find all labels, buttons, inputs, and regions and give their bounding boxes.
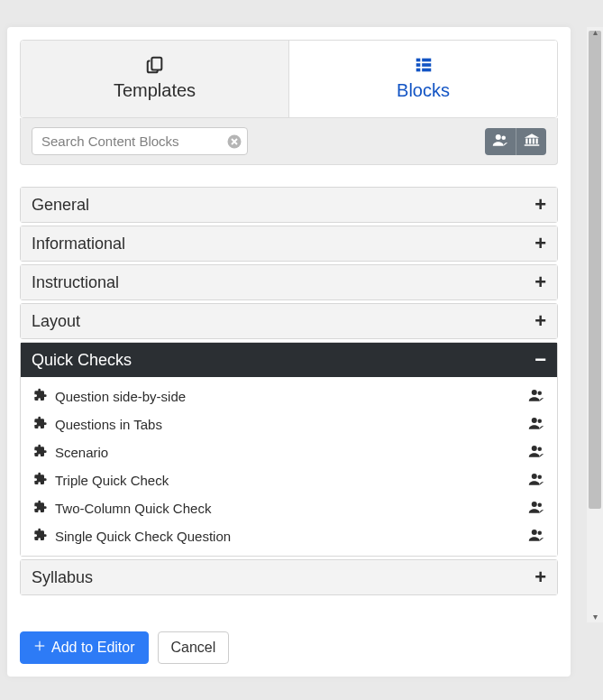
add-button-label: Add to Editor (51, 640, 135, 656)
plus-icon (33, 640, 46, 656)
svg-rect-3 (416, 63, 420, 67)
block-item-two-column-quick-check[interactable]: Two-Column Quick Check (21, 494, 557, 522)
footer-actions: Add to Editor Cancel (20, 619, 558, 664)
users-icon (528, 417, 544, 432)
svg-rect-6 (422, 69, 431, 72)
svg-point-21 (532, 474, 537, 479)
scrollbar-thumb[interactable] (589, 31, 601, 509)
add-to-editor-button[interactable]: Add to Editor (20, 631, 149, 664)
users-icon (528, 529, 544, 544)
block-item-label: Two-Column Quick Check (55, 501, 211, 516)
category-label: General (32, 196, 89, 215)
cancel-button[interactable]: Cancel (158, 631, 230, 664)
search-bar (20, 118, 558, 165)
category-instructional: Instructional + (20, 264, 558, 300)
svg-rect-13 (535, 138, 537, 143)
svg-point-18 (538, 419, 543, 424)
clear-icon[interactable] (226, 134, 242, 150)
block-item-label: Single Quick Check Question (55, 529, 231, 544)
svg-point-24 (538, 503, 543, 508)
svg-rect-4 (422, 63, 431, 67)
users-icon (528, 473, 544, 488)
svg-rect-12 (532, 138, 534, 143)
category-label: Layout (32, 312, 80, 331)
minus-icon: − (534, 350, 546, 370)
category-header-syllabus[interactable]: Syllabus + (21, 560, 557, 594)
category-header-layout[interactable]: Layout + (21, 304, 557, 338)
tab-bar: Templates Blocks (20, 40, 558, 118)
puzzle-icon (33, 444, 48, 461)
category-label: Informational (32, 235, 125, 253)
search-input[interactable] (32, 127, 248, 155)
block-item-label: Triple Quick Check (55, 473, 169, 488)
filter-institution-button[interactable] (516, 128, 546, 155)
puzzle-icon (33, 528, 48, 545)
filter-group (485, 128, 546, 155)
scrollbar-arrow-down[interactable]: ▾ (589, 612, 600, 622)
users-icon (528, 445, 544, 460)
category-list: General + Informational + Instructional … (20, 187, 558, 619)
block-item-scenario[interactable]: Scenario (21, 438, 557, 466)
block-item-label: Scenario (55, 445, 108, 460)
svg-rect-14 (524, 144, 539, 146)
tab-blocks[interactable]: Blocks (289, 41, 557, 117)
category-quick-checks: Quick Checks − Question side-by-side (20, 342, 558, 557)
block-item-label: Question side-by-side (55, 389, 186, 404)
svg-rect-0 (151, 58, 161, 70)
users-icon (492, 134, 508, 150)
block-item-question-side-by-side[interactable]: Question side-by-side (21, 382, 557, 410)
puzzle-icon (33, 388, 48, 405)
category-label: Syllabus (32, 568, 93, 587)
svg-rect-2 (422, 59, 431, 62)
svg-point-9 (502, 135, 507, 140)
block-item-triple-quick-check[interactable]: Triple Quick Check (21, 466, 557, 494)
grid-icon (289, 55, 557, 75)
plus-icon: + (534, 311, 546, 331)
category-header-quick-checks[interactable]: Quick Checks − (21, 343, 557, 377)
svg-rect-11 (529, 138, 531, 143)
svg-rect-10 (525, 138, 527, 143)
institution-icon (524, 133, 540, 151)
users-icon (528, 501, 544, 516)
svg-point-20 (538, 447, 543, 452)
cancel-button-label: Cancel (171, 640, 216, 656)
plus-icon: + (534, 567, 546, 587)
svg-point-26 (538, 531, 543, 536)
content-panel: Templates Blocks (7, 27, 571, 677)
block-item-questions-in-tabs[interactable]: Questions in Tabs (21, 410, 557, 438)
category-informational: Informational + (20, 226, 558, 262)
tab-templates[interactable]: Templates (21, 41, 289, 117)
plus-icon: + (534, 272, 546, 292)
svg-point-23 (532, 502, 537, 507)
category-header-general[interactable]: General + (21, 188, 557, 222)
users-icon (528, 389, 544, 404)
puzzle-icon (33, 472, 48, 489)
svg-rect-5 (416, 69, 420, 72)
scrollbar-arrow-up[interactable]: ▴ (589, 27, 600, 38)
svg-point-25 (532, 530, 537, 535)
block-item-label: Questions in Tabs (55, 417, 162, 432)
tab-blocks-label: Blocks (397, 80, 450, 100)
svg-point-17 (532, 418, 537, 423)
category-syllabus: Syllabus + (20, 559, 558, 595)
svg-point-8 (496, 134, 501, 140)
tab-templates-label: Templates (114, 80, 196, 100)
svg-rect-1 (416, 59, 420, 62)
category-header-informational[interactable]: Informational + (21, 226, 557, 261)
svg-point-15 (532, 390, 537, 395)
quick-checks-items: Question side-by-side Questions in Tabs (21, 377, 557, 556)
category-label: Instructional (32, 273, 119, 292)
category-layout: Layout + (20, 303, 558, 339)
plus-icon: + (534, 195, 546, 215)
svg-point-22 (538, 475, 543, 480)
block-item-single-quick-check-question[interactable]: Single Quick Check Question (21, 522, 557, 550)
category-label: Quick Checks (32, 351, 132, 370)
filter-shared-button[interactable] (485, 128, 516, 155)
category-header-instructional[interactable]: Instructional + (21, 265, 557, 299)
plus-icon: + (534, 234, 546, 253)
search-input-wrap (32, 127, 248, 155)
svg-point-19 (532, 446, 537, 451)
puzzle-icon (33, 416, 48, 433)
category-general: General + (20, 187, 558, 223)
svg-point-16 (538, 391, 543, 396)
